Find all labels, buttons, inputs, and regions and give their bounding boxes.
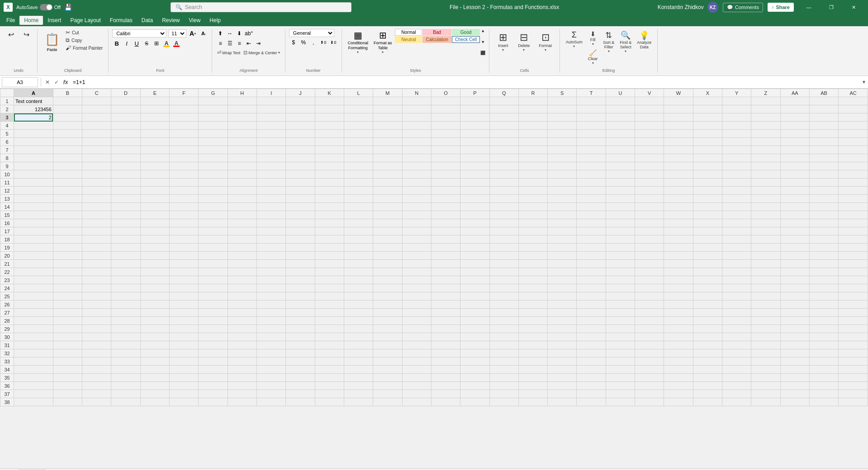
cell-A5[interactable] (14, 130, 53, 138)
cell-L32[interactable] (344, 349, 373, 357)
cell-Q7[interactable] (489, 146, 518, 154)
cell-B8[interactable] (53, 154, 82, 162)
cell-W33[interactable] (664, 357, 693, 366)
cell-AA37[interactable] (780, 390, 809, 398)
cell-AC13[interactable] (839, 195, 868, 203)
cell-A32[interactable] (14, 349, 53, 357)
cell-D19[interactable] (111, 244, 140, 252)
cell-Q27[interactable] (489, 309, 518, 317)
cell-Y2[interactable] (722, 105, 751, 113)
style-check-cell[interactable]: Check Cell (452, 36, 480, 43)
autosave-switch[interactable] (40, 4, 52, 10)
cell-Z36[interactable] (751, 382, 780, 390)
cell-AB11[interactable] (809, 179, 838, 187)
cell-B34[interactable] (53, 366, 82, 374)
cell-Z1[interactable] (751, 97, 780, 105)
cell-O7[interactable] (431, 146, 460, 154)
cell-AA33[interactable] (780, 357, 809, 366)
cell-J1[interactable] (286, 97, 315, 105)
cell-T33[interactable] (577, 357, 606, 366)
minimize-button[interactable]: — (798, 0, 819, 14)
cell-A31[interactable] (14, 341, 53, 349)
cell-AC4[interactable] (839, 122, 868, 130)
cell-AA36[interactable] (780, 382, 809, 390)
cell-B18[interactable] (53, 235, 82, 244)
cell-V7[interactable] (635, 146, 664, 154)
cell-F27[interactable] (170, 309, 199, 317)
cell-AC18[interactable] (839, 235, 868, 244)
cell-N21[interactable] (402, 260, 431, 268)
cell-J19[interactable] (286, 244, 315, 252)
cell-G17[interactable] (199, 227, 228, 235)
cell-P8[interactable] (460, 154, 489, 162)
cell-B19[interactable] (53, 244, 82, 252)
cell-Z19[interactable] (751, 244, 780, 252)
cell-W23[interactable] (664, 276, 693, 284)
cell-Z10[interactable] (751, 170, 780, 179)
cell-AB36[interactable] (809, 382, 838, 390)
align-bottom-button[interactable]: ⬇ (235, 29, 244, 38)
cell-T13[interactable] (577, 195, 606, 203)
cell-P29[interactable] (460, 325, 489, 333)
cell-N17[interactable] (402, 227, 431, 235)
cell-C8[interactable] (82, 154, 111, 162)
row-header-12[interactable]: 12 (0, 187, 14, 195)
cell-C18[interactable] (82, 235, 111, 244)
cell-AB29[interactable] (809, 325, 838, 333)
cell-K5[interactable] (315, 130, 344, 138)
cell-F13[interactable] (170, 195, 199, 203)
cell-U17[interactable] (606, 227, 635, 235)
cell-S15[interactable] (548, 211, 577, 219)
cell-F34[interactable] (170, 366, 199, 374)
cell-T11[interactable] (577, 179, 606, 187)
cell-H5[interactable] (228, 130, 256, 138)
cell-C24[interactable] (82, 284, 111, 292)
cell-X4[interactable] (693, 122, 722, 130)
cell-R8[interactable] (518, 154, 547, 162)
cell-J24[interactable] (286, 284, 315, 292)
row-header-37[interactable]: 37 (0, 390, 14, 398)
cell-E2[interactable] (140, 105, 169, 113)
cell-Z6[interactable] (751, 138, 780, 146)
cell-Y13[interactable] (722, 195, 751, 203)
cell-E22[interactable] (140, 268, 169, 276)
cell-A14[interactable] (14, 203, 53, 211)
cell-L16[interactable] (344, 219, 373, 227)
cell-C13[interactable] (82, 195, 111, 203)
cell-AB19[interactable] (809, 244, 838, 252)
cell-AA10[interactable] (780, 170, 809, 179)
cell-Y24[interactable] (722, 284, 751, 292)
cell-L10[interactable] (344, 170, 373, 179)
cell-T6[interactable] (577, 138, 606, 146)
row-header-32[interactable]: 32 (0, 349, 14, 357)
cell-M27[interactable] (373, 309, 402, 317)
cell-G12[interactable] (199, 187, 228, 195)
cell-W16[interactable] (664, 219, 693, 227)
cell-P2[interactable] (460, 105, 489, 113)
cell-I34[interactable] (257, 366, 286, 374)
cell-AA9[interactable] (780, 162, 809, 170)
cell-E30[interactable] (140, 333, 169, 341)
cell-H3[interactable] (228, 113, 256, 122)
cell-O23[interactable] (431, 276, 460, 284)
cell-U1[interactable] (606, 97, 635, 105)
col-header-Y[interactable]: Y (722, 89, 751, 97)
cell-G24[interactable] (199, 284, 228, 292)
cell-T17[interactable] (577, 227, 606, 235)
cell-E1[interactable] (140, 97, 169, 105)
row-header-9[interactable]: 9 (0, 162, 14, 170)
row-header-27[interactable]: 27 (0, 309, 14, 317)
cell-V13[interactable] (635, 195, 664, 203)
cell-E27[interactable] (140, 309, 169, 317)
cell-A29[interactable] (14, 325, 53, 333)
cell-Y33[interactable] (722, 357, 751, 366)
cell-V21[interactable] (635, 260, 664, 268)
cell-U25[interactable] (606, 292, 635, 301)
cell-I35[interactable] (257, 374, 286, 382)
cell-N9[interactable] (402, 162, 431, 170)
cell-H38[interactable] (228, 398, 256, 406)
cell-K29[interactable] (315, 325, 344, 333)
cell-AB37[interactable] (809, 390, 838, 398)
cell-K38[interactable] (315, 398, 344, 406)
cell-F9[interactable] (170, 162, 199, 170)
